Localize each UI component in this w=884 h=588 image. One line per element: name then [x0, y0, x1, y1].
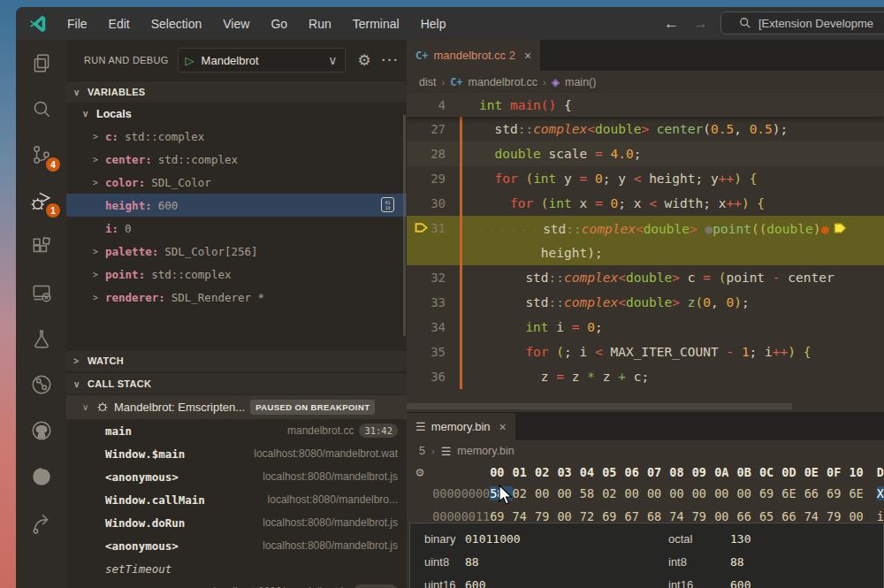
hex-byte[interactable]: 69 [827, 486, 849, 500]
explorer-icon[interactable] [16, 40, 66, 86]
stack-frame-row[interactable]: <anonymous>localhost:8080/mandelbrot.js [66, 465, 407, 488]
code-line-28[interactable]: 28 double scale = 4.0; [407, 141, 884, 166]
code-line-30[interactable]: 30 for (int x = 0; x < width; x++) { [407, 191, 884, 216]
variable-row-color[interactable]: >color:SDL_Color [66, 171, 407, 194]
stack-frame-row[interactable]: setTimeout [66, 557, 407, 580]
launch-config-dropdown[interactable]: ▷ Mandelbrot ∨ [178, 48, 346, 73]
nav-forward-button[interactable]: → [693, 15, 708, 33]
hex-byte[interactable]: 00 [849, 509, 871, 523]
extensions-icon[interactable] [16, 224, 66, 270]
watch-section-header[interactable]: >WATCH [66, 349, 407, 371]
testing-icon[interactable] [16, 316, 66, 362]
hex-byte[interactable]: 69 [602, 509, 624, 523]
variable-row-center[interactable]: >center:std::complex [66, 148, 407, 171]
code-line-36[interactable]: 36 z = z * z + c; [407, 364, 884, 389]
stack-frame-row[interactable]: Window.$mainlocalhost:8080/mandelbrot.wa… [66, 442, 407, 465]
hex-byte[interactable]: 74 [669, 509, 691, 523]
code-line-33[interactable]: 33 std::complex<double> z(0, 0); [407, 290, 884, 315]
hex-byte[interactable]: 58 [580, 486, 602, 500]
commit-graph-icon[interactable] [16, 362, 66, 408]
hex-byte[interactable]: 00 [535, 486, 557, 500]
hex-byte[interactable]: 00 [669, 486, 691, 500]
github-icon[interactable] [16, 408, 66, 454]
hex-byte[interactable]: 6E [781, 486, 804, 500]
edge-devtools-icon[interactable] [16, 454, 66, 500]
hex-byte[interactable]: 00 [692, 486, 714, 500]
close-icon[interactable]: × [499, 420, 507, 434]
tab-memory-bin[interactable]: ☰ memory.bin × [407, 413, 515, 440]
hex-byte[interactable]: 79 [692, 509, 714, 523]
code-line-27[interactable]: 27 std::complex<double> center(0.5, 0.5)… [407, 117, 884, 141]
hex-byte[interactable]: 00 [625, 486, 647, 500]
source-control-icon[interactable]: 4 [16, 132, 66, 178]
hex-byte[interactable]: 69 [759, 486, 781, 500]
start-debug-icon[interactable]: ▷ [186, 54, 194, 67]
stack-frame-row[interactable]: Window.callMainlocalhost:8080/mandelbro.… [66, 488, 407, 511]
variable-row-i[interactable]: i:0 [66, 217, 407, 240]
debug-session-row[interactable]: ∨ Mandelbrot: Emscripten... PAUSED ON BR… [66, 395, 407, 419]
code-line-31[interactable]: 31······std::complex<double> ●point((dou… [407, 216, 884, 241]
hex-byte[interactable]: 72 [580, 509, 602, 523]
hex-byte[interactable]: 00 [737, 486, 759, 500]
code-line-29[interactable]: 29 for (int y = 0; y < height; y++) { [407, 166, 884, 191]
code-line-32[interactable]: 32 std::complex<double> c = (point - cen… [407, 265, 884, 290]
variable-row-renderer[interactable]: >renderer:SDL_Renderer * [66, 286, 407, 309]
hex-byte[interactable]: 66 [781, 509, 804, 523]
live-share-icon[interactable] [16, 500, 66, 546]
hex-byte[interactable]: 00 [647, 486, 669, 500]
variable-row-palette[interactable]: >palette:SDL_Color[256] [66, 240, 407, 263]
call-stack-section-header[interactable]: ∨CALL STACK [66, 372, 407, 394]
hex-byte[interactable]: 79 [535, 509, 557, 523]
breadcrumb[interactable]: dist› C+ mandelbrot.cc› ◈ main() [407, 71, 884, 93]
menu-item-help[interactable]: Help [412, 13, 455, 34]
close-icon[interactable]: × [524, 49, 531, 63]
hex-byte[interactable]: 66 [804, 486, 827, 500]
panel-breadcrumb[interactable]: 5› ☰ memory.bin [407, 440, 884, 462]
hex-byte[interactable]: 02 [602, 486, 624, 500]
stack-frame-row[interactable]: runlocalhost:8080/mandelbrot.js9622:5 [66, 580, 407, 588]
hex-byte[interactable]: 66 [737, 509, 759, 523]
more-actions-button[interactable]: ··· [382, 53, 400, 67]
menu-item-terminal[interactable]: Terminal [344, 13, 408, 34]
menu-item-view[interactable]: View [214, 13, 258, 34]
hex-settings-gear-icon[interactable]: ⚙ [407, 464, 433, 480]
hex-byte[interactable]: 00 [714, 486, 736, 500]
hex-byte[interactable]: 68 [647, 509, 669, 523]
hex-byte[interactable]: 69 [490, 509, 512, 523]
hex-byte[interactable]: 79 [827, 509, 849, 523]
run-and-debug-icon[interactable]: 1 [16, 178, 66, 224]
menu-item-run[interactable]: Run [300, 13, 340, 34]
hex-byte[interactable]: 67 [625, 509, 647, 523]
hex-byte[interactable]: 00 [557, 509, 579, 523]
decoded-char[interactable]: X [877, 486, 884, 500]
hex-byte[interactable]: 00 [557, 486, 579, 500]
hex-byte[interactable]: 74 [804, 509, 827, 523]
hex-byte[interactable]: 6E [849, 486, 871, 500]
variable-row-c[interactable]: >c:std::complex [66, 125, 407, 148]
code-line-35[interactable]: 35 for (; i < MAX_ITER_COUNT - 1; i++) { [407, 340, 884, 364]
menu-item-file[interactable]: File [58, 13, 96, 34]
stack-frame-row[interactable]: <anonymous>localhost:8080/mandelbrot.js [66, 534, 407, 557]
hex-byte[interactable]: 02 [513, 486, 535, 500]
debug-settings-gear-icon[interactable]: ⚙ [358, 51, 371, 70]
sidebar-scrollbar[interactable] [403, 115, 406, 336]
menu-item-edit[interactable]: Edit [100, 13, 139, 34]
tab-mandelbrot-cc[interactable]: C+ mandelbrot.cc 2 × [407, 40, 540, 71]
hex-byte[interactable]: 00 [714, 509, 736, 523]
stack-frame-row[interactable]: Window.doRunlocalhost:8080/mandelbrot.js [66, 511, 407, 534]
menu-item-selection[interactable]: Selection [142, 13, 211, 34]
variable-row-point[interactable]: >point:std::complex [66, 263, 407, 286]
decoded-char[interactable]: i [877, 509, 884, 523]
hex-byte[interactable]: 74 [513, 509, 535, 523]
code-line-34[interactable]: 34 int i = 0; [407, 315, 884, 340]
stack-frame-row[interactable]: mainmandelbrot.cc31:42 [66, 419, 407, 442]
editor-horizontal-scrollbar[interactable] [407, 403, 792, 409]
remote-explorer-icon[interactable] [16, 270, 66, 316]
hex-byte[interactable]: 65 [759, 509, 781, 523]
command-search-input[interactable]: [Extension Developme [720, 11, 884, 34]
menu-item-go[interactable]: Go [262, 13, 296, 34]
search-icon[interactable] [16, 86, 66, 132]
breakpoint-paused-icon[interactable] [414, 220, 429, 238]
variables-section-header[interactable]: ∨VARIABLES [66, 80, 407, 103]
nav-back-button[interactable]: ← [664, 15, 679, 33]
